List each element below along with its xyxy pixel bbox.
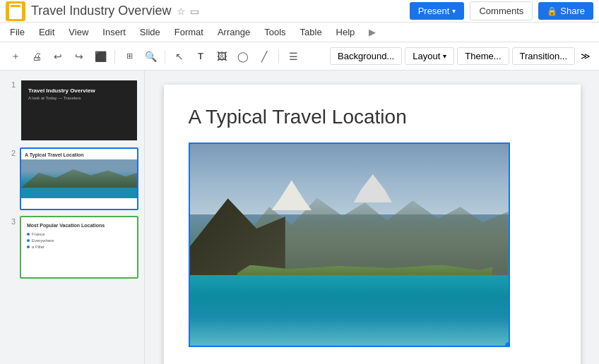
- present-button[interactable]: Present ▾: [410, 2, 465, 20]
- theme-label: Theme...: [465, 51, 501, 61]
- toolbar-undo[interactable]: ↩: [48, 47, 68, 66]
- bullet-icon-2: [27, 239, 30, 242]
- slide-1-title: Travel Industry Overview: [28, 87, 130, 94]
- toolbar-right-actions: Background... Layout ▾ Theme... Transiti…: [330, 47, 593, 65]
- editing-area: A Typical Travel Location: [145, 71, 599, 364]
- slide-3-item-3: a Filler: [27, 245, 131, 249]
- comments-button[interactable]: Comments: [470, 1, 533, 20]
- folder-icon[interactable]: ▭: [190, 6, 199, 17]
- main-content: 1 Travel Industry Overview A look at Tod…: [0, 71, 599, 364]
- slide-canvas[interactable]: A Typical Travel Location: [164, 85, 581, 364]
- slide-2-preview: A Typical Travel Location: [21, 149, 137, 209]
- slide-3-item-1: France: [27, 232, 131, 236]
- toolbar-zoom-fit[interactable]: ⊞: [119, 47, 139, 66]
- transition-label: Transition...: [520, 51, 567, 61]
- sky: [190, 144, 509, 214]
- separator-1: [114, 49, 115, 63]
- slide-thumb-3[interactable]: Most Popular Vacation Locations France E…: [20, 216, 138, 279]
- background-label: Background...: [338, 51, 394, 61]
- menu-view[interactable]: View: [61, 24, 95, 40]
- slide-number-2: 2: [6, 147, 16, 157]
- toolbar-collapse-button[interactable]: ≫: [578, 48, 593, 64]
- slide-number-3: 3: [6, 216, 16, 226]
- separator-3: [278, 49, 279, 63]
- slide-item-2[interactable]: 2 A Typical Travel Location: [0, 145, 144, 213]
- slide-image[interactable]: [189, 142, 510, 347]
- slide-1-preview: Travel Industry Overview A look at Today…: [21, 80, 137, 140]
- menu-insert[interactable]: Insert: [95, 24, 133, 40]
- slide-thumb-2[interactable]: A Typical Travel Location: [20, 147, 138, 210]
- toolbar-paintformat[interactable]: ⬛: [90, 47, 110, 66]
- app-logo: [6, 1, 25, 21]
- menu-help[interactable]: Help: [329, 24, 362, 40]
- toolbar-image[interactable]: 🖼: [212, 47, 232, 66]
- landscape: [190, 144, 509, 346]
- slide-3-item-2: Everywhere: [27, 238, 131, 243]
- slide-2-water: [21, 188, 137, 198]
- menu-arrange[interactable]: Arrange: [210, 24, 257, 40]
- background-button[interactable]: Background...: [330, 47, 402, 65]
- separator-2: [165, 49, 165, 63]
- lock-icon: 🔒: [547, 6, 557, 16]
- slide-2-title: A Typical Travel Location: [21, 149, 137, 159]
- resize-handle[interactable]: [505, 342, 510, 347]
- bullet-icon-3: [27, 245, 30, 248]
- star-icon[interactable]: ☆: [177, 6, 186, 17]
- share-button[interactable]: 🔒 Share: [538, 2, 593, 20]
- slide-number-1: 1: [6, 79, 16, 89]
- menu-format[interactable]: Format: [167, 24, 210, 40]
- share-label: Share: [560, 6, 585, 16]
- slide-1-subtitle: A look at Today — Travelers: [28, 96, 130, 100]
- slide-main-title[interactable]: A Typical Travel Location: [189, 106, 556, 128]
- menu-tools[interactable]: Tools: [257, 24, 292, 40]
- bullet-icon-1: [27, 233, 30, 236]
- toolbar-shape[interactable]: ◯: [233, 47, 253, 66]
- slide-item-1[interactable]: 1 Travel Industry Overview A look at Tod…: [0, 76, 144, 145]
- menu-edit[interactable]: Edit: [32, 24, 61, 40]
- slide-content: A Typical Travel Location: [164, 85, 581, 361]
- slide-2-image: [21, 159, 137, 198]
- toolbar-zoom[interactable]: 🔍: [141, 47, 160, 66]
- theme-button[interactable]: Theme...: [457, 47, 509, 65]
- slides-panel: 1 Travel Industry Overview A look at Tod…: [0, 71, 145, 364]
- collapse-icon: ≫: [581, 51, 591, 61]
- slide-2-mountains: [21, 163, 137, 188]
- title-actions: Present ▾ Comments 🔒 Share: [410, 1, 593, 20]
- present-label: Present: [418, 6, 450, 16]
- title-bar: Travel Industry Overview ☆ ▭ Present ▾ C…: [0, 0, 599, 23]
- menu-file[interactable]: File: [3, 24, 32, 40]
- layout-label: Layout: [413, 51, 440, 61]
- slide-3-preview: Most Popular Vacation Locations France E…: [21, 217, 137, 277]
- toolbar-select[interactable]: ↖: [170, 47, 189, 66]
- toolbar-redo[interactable]: ↪: [69, 47, 89, 66]
- toolbar-comment[interactable]: ☰: [283, 47, 303, 66]
- menu-slide[interactable]: Slide: [133, 24, 167, 40]
- toolbar-text[interactable]: T: [191, 47, 210, 66]
- toolbar-add[interactable]: ＋: [6, 47, 25, 66]
- transition-button[interactable]: Transition...: [512, 47, 575, 65]
- layout-chevron: ▾: [443, 52, 446, 60]
- title-icons: ☆ ▭: [177, 6, 199, 17]
- menu-more[interactable]: ▶: [362, 24, 383, 40]
- present-arrow: ▾: [452, 7, 456, 15]
- menu-table[interactable]: Table: [293, 24, 329, 40]
- slide-3-title: Most Popular Vacation Locations: [27, 223, 131, 228]
- slide-thumb-1[interactable]: Travel Industry Overview A look at Today…: [20, 79, 138, 142]
- document-title: Travel Industry Overview: [31, 4, 171, 18]
- toolbar-print[interactable]: 🖨: [27, 47, 47, 66]
- layout-button[interactable]: Layout ▾: [405, 47, 454, 65]
- toolbar-line[interactable]: ╱: [254, 47, 274, 66]
- water: [190, 275, 509, 346]
- slide-item-3[interactable]: 3 Most Popular Vacation Locations France…: [0, 213, 144, 281]
- menu-bar: File Edit View Insert Slide Format Arran…: [0, 23, 599, 42]
- toolbar: ＋ 🖨 ↩ ↪ ⬛ ⊞ 🔍 ↖ T 🖼 ◯ ╱ ☰ Background... …: [0, 42, 599, 71]
